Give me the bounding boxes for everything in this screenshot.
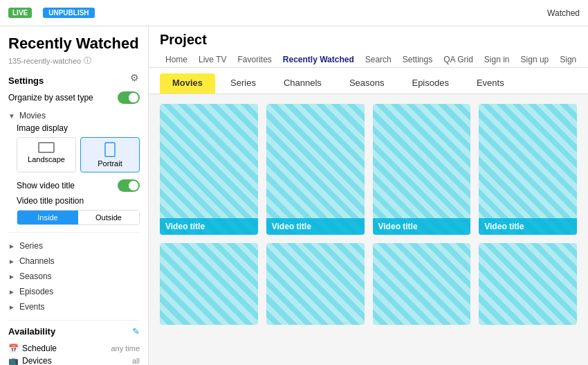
image-display-label: Image display — [17, 123, 140, 133]
devices-label-group: 📺 Devices — [8, 356, 52, 365]
unpublish-button[interactable]: UNPUBLISH — [43, 8, 94, 18]
tabs: Movies Series Channels Seasons Episodes … — [160, 73, 577, 94]
organize-by-asset-toggle[interactable] — [118, 91, 140, 104]
organize-by-asset-label: Organize by asset type — [8, 93, 93, 103]
grid-item[interactable]: Video title — [479, 104, 577, 235]
portrait-icon — [104, 142, 116, 157]
events-section[interactable]: ► Events — [8, 299, 140, 314]
devices-row: 📺 Devices all — [8, 355, 140, 365]
tab-episodes[interactable]: Episodes — [399, 73, 461, 94]
grid-item[interactable]: Video title — [160, 104, 258, 235]
app: LIVE UNPUBLISH Watched Recently Watched … — [0, 0, 588, 365]
series-chevron: ► — [8, 242, 15, 250]
nav-sign-out[interactable]: Sign out — [554, 52, 577, 67]
nav-search[interactable]: Search — [360, 52, 397, 67]
series-section[interactable]: ► Series — [8, 238, 140, 253]
sidebar-id: 135-recently-watcheo ⓘ — [8, 55, 140, 66]
main-layout: Recently Watched 135-recently-watcheo ⓘ … — [0, 26, 588, 365]
availability-header: Availability ✎ — [8, 326, 140, 337]
grid-item[interactable] — [479, 243, 577, 325]
grid-item[interactable] — [373, 243, 471, 325]
settings-section: Settings Organize by asset type ▼ Movies… — [8, 75, 140, 225]
inside-option[interactable]: Inside — [17, 211, 78, 224]
outside-option[interactable]: Outside — [78, 211, 139, 224]
project-title: Project — [160, 32, 577, 48]
devices-icon: 📺 — [8, 356, 19, 365]
movies-label: Movies — [19, 111, 46, 121]
top-bar: LIVE UNPUBLISH Watched — [0, 0, 588, 26]
seasons-chevron: ► — [8, 273, 15, 281]
nav-settings[interactable]: Settings — [397, 52, 438, 67]
grid-item[interactable] — [266, 243, 365, 325]
schedule-row: 📅 Schedule any time — [8, 342, 140, 355]
sidebar: Recently Watched 135-recently-watcheo ⓘ … — [0, 26, 149, 365]
show-video-title-row: Show video title — [17, 179, 140, 192]
landscape-label: Landscape — [28, 155, 65, 163]
nav-livetv[interactable]: Live TV — [193, 52, 232, 67]
grid-item-thumbnail — [479, 243, 577, 325]
landscape-icon — [38, 142, 55, 153]
grid-item[interactable]: Video title — [373, 104, 471, 235]
organize-by-asset-row: Organize by asset type — [8, 91, 140, 104]
tab-events[interactable]: Events — [464, 73, 517, 94]
video-title-position-label: Video title position — [17, 196, 140, 206]
content-header: Project Home Live TV Favorites Recently … — [149, 26, 588, 68]
nav-home[interactable]: Home — [160, 52, 193, 67]
edit-icon[interactable]: ✎ — [132, 326, 140, 337]
video-title-label: Video title — [266, 218, 365, 235]
grid-item-thumbnail — [266, 243, 365, 325]
devices-label: Devices — [22, 356, 52, 365]
grid-item-thumbnail — [479, 104, 577, 235]
episodes-section[interactable]: ► Episodes — [8, 284, 140, 299]
calendar-icon: 📅 — [8, 344, 19, 353]
top-bar-left: LIVE UNPUBLISH — [8, 8, 95, 18]
video-title-label: Video title — [160, 218, 258, 235]
video-grid: Video title Video title Video title Vide… — [160, 104, 577, 325]
tab-seasons[interactable]: Seasons — [337, 73, 397, 94]
availability-section: Availability ✎ 📅 Schedule any time 📺 — [8, 326, 140, 365]
channels-chevron: ► — [8, 258, 15, 265]
grid-item[interactable]: Video title — [266, 104, 365, 235]
tab-series[interactable]: Series — [218, 73, 268, 94]
grid-item-thumbnail — [160, 243, 258, 325]
episodes-label: Episodes — [19, 287, 53, 296]
movies-settings: Image display Landscape Portrait — [8, 123, 140, 225]
availability-title: Availability — [8, 326, 55, 337]
tab-channels[interactable]: Channels — [271, 73, 334, 94]
sidebar-title: Recently Watched — [8, 35, 140, 53]
nav-sign-up[interactable]: Sign up — [515, 52, 555, 67]
divider-2 — [8, 320, 140, 321]
nav-recently-watched[interactable]: Recently Watched — [277, 52, 360, 67]
portrait-option[interactable]: Portrait — [80, 137, 140, 172]
divider-1 — [8, 232, 140, 233]
devices-value: all — [132, 357, 140, 365]
grid-item-thumbnail — [266, 104, 365, 235]
nav-sign-in[interactable]: Sign in — [479, 52, 515, 67]
info-icon: ⓘ — [84, 55, 91, 66]
channels-section[interactable]: ► Channels — [8, 253, 140, 269]
schedule-label-group: 📅 Schedule — [8, 344, 57, 353]
video-title-label: Video title — [479, 218, 577, 235]
landscape-option[interactable]: Landscape — [17, 137, 76, 172]
gear-icon[interactable]: ⚙ — [130, 72, 139, 83]
image-options: Landscape Portrait — [17, 137, 140, 172]
seasons-section[interactable]: ► Seasons — [8, 269, 140, 284]
nav-favorites[interactable]: Favorites — [232, 52, 277, 67]
tab-movies[interactable]: Movies — [160, 73, 215, 94]
collapsible-sections: ► Series ► Channels ► Seasons ► Episodes — [8, 238, 140, 314]
events-label: Events — [19, 302, 45, 312]
position-options: Inside Outside — [17, 210, 140, 225]
svg-rect-1 — [105, 143, 115, 157]
events-chevron: ► — [8, 303, 15, 311]
episodes-chevron: ► — [8, 288, 15, 296]
grid-item[interactable] — [160, 243, 258, 325]
watched-label: Watched — [547, 8, 580, 18]
sidebar-outer: Recently Watched 135-recently-watcheo ⓘ … — [0, 26, 149, 365]
show-video-title-label: Show video title — [17, 181, 75, 190]
show-video-title-toggle[interactable] — [118, 179, 140, 192]
movies-section-header[interactable]: ▼ Movies — [8, 108, 140, 123]
nav-qa-grid[interactable]: QA Grid — [438, 52, 479, 67]
live-badge: LIVE — [8, 8, 32, 18]
portrait-label: Portrait — [98, 159, 122, 168]
grid-area: Video title Video title Video title Vide… — [149, 94, 588, 365]
